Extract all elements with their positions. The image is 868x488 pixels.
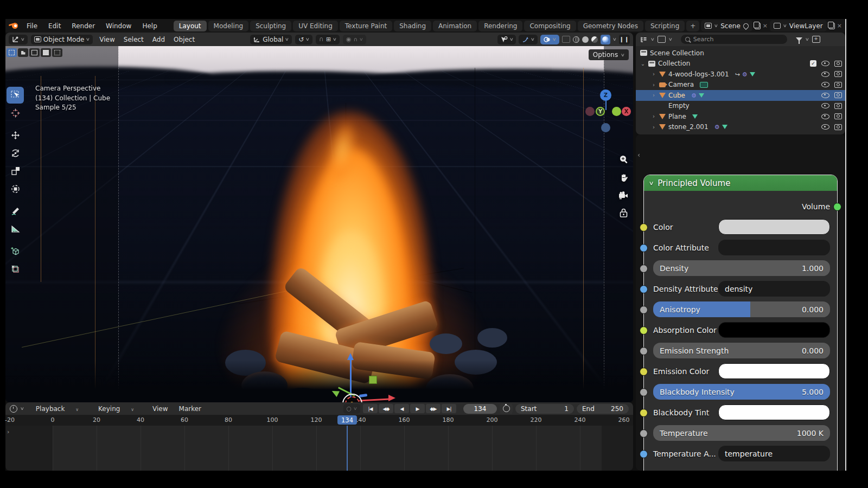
gizmo-z-axis[interactable] bbox=[350, 359, 352, 397]
menu-item[interactable]: Edit bbox=[44, 21, 65, 31]
select-mode-intersect[interactable] bbox=[52, 48, 62, 57]
select-mode-extend[interactable] bbox=[18, 48, 28, 57]
shading-rendered-toggle[interactable] bbox=[601, 35, 610, 44]
axis-x-ball[interactable]: X bbox=[622, 107, 631, 116]
axis-neg-z-ball[interactable] bbox=[601, 123, 610, 132]
chevron-down-icon[interactable]: ∨ bbox=[668, 37, 673, 42]
gizmo-x-arrow[interactable] bbox=[388, 395, 395, 401]
workspace-tab[interactable]: UV Editing bbox=[293, 21, 338, 31]
editor-type-selector[interactable]: ∨ bbox=[9, 35, 28, 44]
playback-button[interactable]: ◀◆ bbox=[379, 404, 393, 413]
axis-y-ball[interactable]: Y bbox=[596, 107, 605, 116]
disable-render-icon[interactable] bbox=[834, 82, 842, 88]
3d-viewport[interactable]: Camera Perspective(134) Collection | Cub… bbox=[5, 46, 633, 402]
hide-viewport-icon[interactable] bbox=[821, 103, 829, 108]
workspace-tab[interactable]: Rendering bbox=[478, 21, 522, 31]
playback-button[interactable]: |◀ bbox=[363, 404, 378, 413]
new-scene-icon[interactable] bbox=[755, 23, 761, 29]
hide-viewport-icon[interactable] bbox=[821, 61, 829, 66]
select-mode-new[interactable] bbox=[7, 48, 17, 57]
tool-measure[interactable] bbox=[7, 221, 24, 237]
playback-button[interactable]: ◆▶ bbox=[426, 404, 441, 413]
tool-scale[interactable] bbox=[7, 163, 24, 179]
timeline-menu-dropdown[interactable]: Keying ∨ bbox=[90, 404, 143, 414]
param-widget[interactable]: Blackbody Intensity 5.000 bbox=[653, 384, 830, 400]
shader-node-region[interactable]: ‹ ∨ Principled Volume Volume Color bbox=[636, 134, 845, 471]
workspace-tab[interactable]: Texture Paint bbox=[340, 21, 392, 31]
expand-arrow[interactable]: › bbox=[651, 92, 656, 98]
input-socket[interactable] bbox=[640, 265, 648, 273]
outliner-object-row[interactable]: Empty bbox=[636, 101, 845, 112]
pause-button[interactable]: ❙❙ bbox=[619, 35, 630, 44]
display-mode-icon[interactable] bbox=[658, 36, 666, 43]
playback-button[interactable]: ◀ bbox=[394, 404, 409, 413]
object-name[interactable]: Plane bbox=[668, 113, 686, 120]
disable-render-icon[interactable] bbox=[834, 103, 842, 109]
input-socket[interactable] bbox=[640, 388, 648, 396]
auto-keying-toggle[interactable]: ○∨ bbox=[343, 404, 360, 414]
pin-icon[interactable] bbox=[742, 22, 750, 29]
viewlayer-selector[interactable]: ∨ ViewLayer bbox=[770, 20, 827, 31]
use-preview-range-toggle[interactable] bbox=[500, 404, 513, 414]
snapping-controls[interactable]: ∪ ⊞ ∨ bbox=[316, 35, 340, 44]
zoom-icon[interactable] bbox=[619, 155, 629, 164]
input-socket[interactable] bbox=[640, 306, 648, 314]
workspace-tab[interactable]: Sculpting bbox=[250, 21, 291, 31]
hide-viewport-icon[interactable] bbox=[821, 124, 829, 130]
workspace-tab[interactable]: Geometry Nodes bbox=[578, 21, 643, 31]
tool-rotate[interactable] bbox=[7, 145, 24, 162]
param-widget[interactable]: Temperature 1000 K bbox=[653, 425, 830, 441]
overlays-toggle[interactable]: ∨ bbox=[540, 35, 559, 44]
disable-render-icon[interactable] bbox=[834, 92, 842, 98]
output-socket[interactable] bbox=[833, 203, 841, 211]
param-widget[interactable] bbox=[718, 363, 830, 379]
menu-item[interactable]: Window bbox=[101, 21, 136, 31]
proportional-editing[interactable]: ◉ ∩ ∨ bbox=[343, 35, 366, 44]
outliner-editor-icon[interactable] bbox=[640, 36, 648, 43]
hide-viewport-icon[interactable] bbox=[821, 82, 829, 87]
collapse-chevron-icon[interactable]: ∨ bbox=[649, 180, 654, 186]
expand-arrow[interactable]: › bbox=[651, 113, 656, 119]
timeline-editor-icon[interactable] bbox=[10, 405, 17, 413]
param-widget[interactable] bbox=[718, 240, 830, 255]
tool-cursor[interactable] bbox=[7, 105, 24, 121]
input-socket[interactable] bbox=[640, 429, 648, 438]
workspace-tab[interactable]: Shading bbox=[394, 21, 431, 31]
tool-duplicate[interactable] bbox=[7, 261, 24, 278]
camera-view-icon[interactable] bbox=[618, 191, 629, 200]
input-socket[interactable] bbox=[640, 285, 648, 293]
principled-volume-node[interactable]: ∨ Principled Volume Volume Color bbox=[643, 175, 838, 471]
new-collection-icon[interactable]: + bbox=[812, 36, 820, 43]
workspace-tab[interactable]: Animation bbox=[433, 21, 477, 31]
hide-viewport-icon[interactable] bbox=[821, 114, 829, 119]
workspace-tab[interactable]: Scripting bbox=[645, 21, 685, 31]
tool-annotate[interactable] bbox=[7, 203, 24, 220]
object-name[interactable]: stone_2.001 bbox=[668, 123, 709, 131]
chevron-down-icon[interactable]: ∨ bbox=[805, 37, 809, 42]
workspace-tab[interactable]: Modeling bbox=[208, 21, 249, 31]
input-socket[interactable] bbox=[640, 347, 648, 355]
hide-viewport-icon[interactable] bbox=[821, 93, 829, 98]
outliner-search-input[interactable]: Search bbox=[681, 35, 787, 44]
pan-hand-icon[interactable] bbox=[619, 173, 629, 183]
tool-move[interactable] bbox=[7, 127, 24, 144]
timeline-menu-dropdown[interactable]: Playback ∨ bbox=[27, 404, 87, 414]
mode-selector[interactable]: Object Mode ∨ bbox=[31, 35, 93, 44]
outliner-object-row[interactable]: › Cube bbox=[636, 90, 845, 101]
expand-arrow[interactable]: › bbox=[651, 82, 656, 88]
scene-selector[interactable]: ∨ Scene bbox=[701, 20, 752, 31]
timeline-menu-item[interactable]: View bbox=[148, 404, 172, 414]
tool-select-box[interactable] bbox=[7, 87, 24, 104]
shading-material-icon[interactable] bbox=[591, 36, 598, 43]
expand-arrow[interactable]: ⌄ bbox=[640, 61, 646, 67]
shading-solid-icon[interactable] bbox=[582, 36, 589, 43]
shading-wireframe-icon[interactable] bbox=[573, 36, 579, 43]
input-socket[interactable] bbox=[640, 326, 648, 335]
region-collapse-icon[interactable]: ‹ bbox=[637, 151, 640, 159]
timeline-tracks[interactable]: › bbox=[5, 426, 633, 471]
viewport-menu-item[interactable]: Object bbox=[170, 35, 198, 44]
object-visibility-toggle[interactable]: ∨ bbox=[497, 35, 516, 44]
param-widget[interactable] bbox=[718, 219, 830, 235]
menu-item[interactable]: Help bbox=[138, 21, 161, 31]
select-mode-invert[interactable] bbox=[41, 48, 51, 57]
